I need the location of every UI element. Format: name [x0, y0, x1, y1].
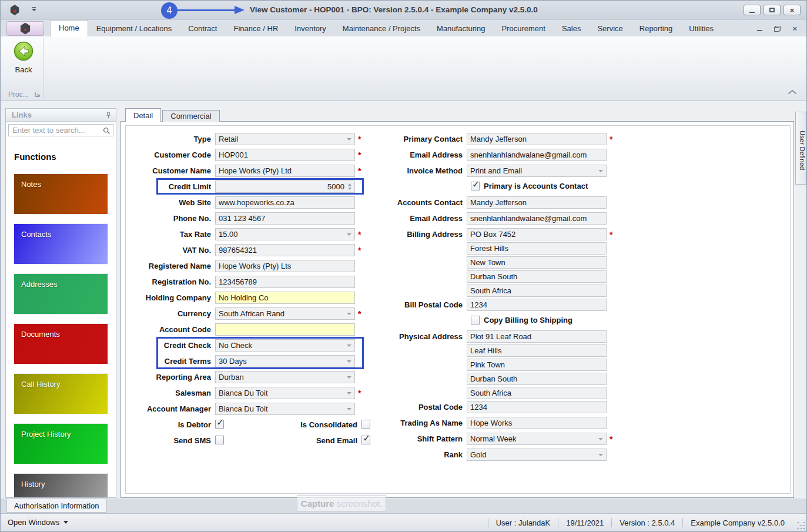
close-button[interactable]: × — [783, 5, 801, 15]
accounts-contact-input[interactable]: Mandy Jefferson — [467, 196, 607, 209]
minimize-button[interactable] — [744, 5, 761, 15]
salesman-dropdown[interactable]: Bianca Du Toit — [215, 387, 355, 399]
mdi-close-icon[interactable]: × — [792, 25, 797, 32]
ribbon-tab-equipment-locations[interactable]: Equipment / Locations — [88, 21, 180, 36]
tab-commercial[interactable]: Commercial — [162, 110, 219, 122]
dropdown-arrow-icon[interactable] — [598, 438, 603, 443]
function-button-label: Addresses — [21, 280, 57, 289]
primary-is-accounts-contact-checkbox[interactable] — [471, 182, 480, 190]
dropdown-arrow-icon[interactable] — [347, 233, 351, 238]
search-input[interactable] — [9, 125, 113, 136]
type-dropdown[interactable]: Retail — [215, 133, 355, 145]
ribbon-tab-finance-hr[interactable]: Finance / HR — [225, 21, 286, 36]
vat-no-input[interactable]: 987654321 — [215, 244, 355, 256]
resize-grip[interactable] — [798, 522, 805, 529]
function-button-notes[interactable]: Notes — [14, 173, 108, 215]
billing-address-line-1-input[interactable]: PO Box 7452 — [467, 228, 607, 240]
physical-address-line-5-input[interactable]: South Africa — [467, 387, 607, 399]
customer-name-input[interactable]: Hope Works (Pty) Ltd — [215, 165, 355, 177]
account-manager-dropdown[interactable]: Bianca Du Toit — [215, 403, 355, 415]
tab-detail[interactable]: Detail — [125, 108, 161, 122]
dropdown-arrow-icon[interactable] — [347, 376, 351, 381]
physical-address-line-1-input[interactable]: Plot 91 Leaf Road — [467, 330, 607, 343]
copy-billing-to-shipping-checkbox[interactable] — [471, 316, 480, 324]
tab-user-defined[interactable]: User Defined — [795, 112, 806, 185]
ribbon-tab-service[interactable]: Service — [589, 21, 631, 36]
registration-no-input[interactable]: 123456789 — [215, 276, 355, 288]
tab-authorisation-information[interactable]: Authorisation Information — [6, 498, 107, 513]
is-consolidated-checkbox[interactable] — [361, 420, 370, 429]
search-icon[interactable] — [103, 127, 110, 135]
ribbon-tab-inventory[interactable]: Inventory — [286, 21, 334, 36]
mdi-minimize-icon[interactable] — [757, 30, 762, 31]
credit-terms-dropdown[interactable]: 30 Days — [215, 355, 355, 367]
ribbon-tab-home[interactable]: Home — [50, 20, 88, 37]
dropdown-arrow-icon[interactable] — [598, 170, 603, 175]
dropdown-arrow-icon[interactable] — [347, 344, 351, 349]
credit-check-dropdown[interactable]: No Check — [215, 339, 355, 352]
primary-email-address-input[interactable]: snenhlanhlandwalane@gmail.com — [467, 149, 607, 161]
function-button-project-history[interactable]: Project History — [14, 423, 108, 464]
collapse-ribbon-icon[interactable] — [786, 88, 798, 98]
account-code-input[interactable] — [215, 323, 355, 336]
function-button-call-history[interactable]: Call History — [14, 373, 108, 414]
dropdown-arrow-icon[interactable] — [347, 360, 351, 365]
ribbon-tab-procurement[interactable]: Procurement — [493, 21, 553, 36]
function-button-history[interactable]: History — [14, 473, 108, 498]
function-button-contacts[interactable]: Contacts — [14, 223, 108, 265]
physical-address-line-2-input[interactable]: Leaf Hills — [467, 344, 607, 357]
dropdown-arrow-icon[interactable] — [598, 454, 603, 459]
customer-code-input[interactable]: HOP001 — [215, 149, 355, 161]
mdi-restore-icon[interactable] — [774, 26, 781, 32]
billing-address-line-2-input[interactable]: Forest Hills — [467, 242, 607, 255]
tax-rate-dropdown[interactable]: 15.00 — [215, 228, 355, 240]
spinner-buttons[interactable] — [348, 183, 351, 190]
credit-limit-spinner[interactable]: 5000 — [215, 180, 355, 193]
open-windows-button[interactable]: Open Windows — [8, 518, 68, 527]
quick-access-dropdown-icon[interactable] — [31, 7, 36, 14]
form-row: Registration No.123456789 — [128, 276, 375, 288]
reporting-area-dropdown[interactable]: Durban — [215, 371, 355, 383]
accounts-email-address-input[interactable]: snenhlanhlandwalane@gmail.com — [467, 212, 607, 225]
form-row: Pink Town — [389, 359, 631, 371]
ribbon-tab-contract[interactable]: Contract — [180, 21, 225, 36]
physical-address-line-3-input[interactable]: Pink Town — [467, 359, 607, 371]
currency-dropdown[interactable]: South African Rand — [215, 307, 355, 320]
function-button-label: Documents — [21, 330, 60, 339]
ribbon-tab-maintenance-projects[interactable]: Maintenance / Projects — [334, 21, 428, 36]
function-button-addresses[interactable]: Addresses — [14, 273, 108, 314]
window-title: View Customer - HOP001 - BPO: Version 2.… — [250, 5, 538, 14]
web-site-input[interactable]: www.hopeworks.co.za — [215, 196, 355, 209]
application-menu-button[interactable] — [6, 21, 44, 36]
billing-address-line-5-input[interactable]: South Africa — [467, 285, 607, 297]
is-debtor-checkbox[interactable] — [215, 420, 224, 429]
postal-code-input[interactable]: 1234 — [467, 401, 607, 413]
phone-no-input[interactable]: 031 123 4567 — [215, 212, 355, 225]
trading-as-name-input[interactable]: Hope Works — [467, 417, 607, 429]
ribbon-tab-sales[interactable]: Sales — [554, 21, 590, 36]
bill-postal-code-input[interactable]: 1234 — [467, 299, 607, 311]
function-button-documents[interactable]: Documents — [14, 323, 108, 364]
group-dialog-launcher-icon[interactable] — [35, 92, 40, 97]
send-sms-checkbox[interactable] — [215, 436, 224, 444]
send-email-checkbox[interactable] — [361, 436, 370, 444]
dropdown-arrow-icon[interactable] — [347, 313, 351, 317]
ribbon-tab-manufacturing[interactable]: Manufacturing — [428, 21, 493, 36]
ribbon-tab-reporting[interactable]: Reporting — [631, 21, 681, 36]
billing-address-line-4-input[interactable]: Durban South — [467, 270, 607, 283]
dropdown-arrow-icon[interactable] — [347, 408, 351, 413]
holding-company-input[interactable]: No Holding Co — [215, 292, 355, 304]
registered-name-input[interactable]: Hope Works (Pty) Lts — [215, 260, 355, 272]
pin-icon[interactable] — [105, 112, 112, 119]
ribbon-tab-utilities[interactable]: Utilities — [681, 21, 722, 36]
maximize-button[interactable] — [764, 5, 781, 15]
dropdown-arrow-icon[interactable] — [347, 138, 351, 143]
physical-address-line-4-input[interactable]: Durban South — [467, 373, 607, 385]
primary-contact-input[interactable]: Mandy Jefferson — [467, 133, 607, 145]
back-button[interactable]: Back — [9, 41, 38, 74]
shift-pattern-dropdown[interactable]: Normal Week — [467, 433, 607, 445]
rank-dropdown[interactable]: Gold — [467, 449, 607, 461]
billing-address-line-3-input[interactable]: New Town — [467, 256, 607, 269]
dropdown-arrow-icon[interactable] — [347, 392, 351, 397]
invoice-method-dropdown[interactable]: Print and Email — [467, 165, 607, 177]
